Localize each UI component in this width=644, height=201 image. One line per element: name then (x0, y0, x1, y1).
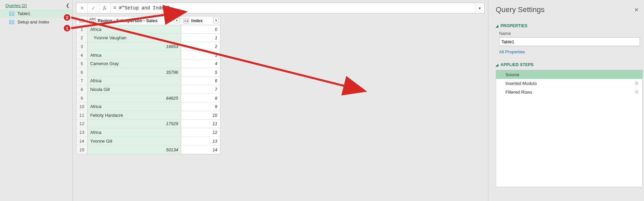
cell-col2[interactable]: 6 (181, 77, 220, 85)
cell-col2[interactable]: 5 (181, 68, 220, 77)
table-icon (9, 12, 14, 16)
svg-line-9 (635, 82, 636, 82)
cell-col2[interactable]: 8 (181, 94, 220, 102)
table-row[interactable]: 155013414 (76, 145, 220, 154)
abc123-type-icon: ABC 123 (90, 18, 96, 23)
row-number: 15 (76, 145, 88, 154)
decimal-type-icon: 1.2 (183, 18, 189, 23)
fx-icon[interactable]: fx (99, 3, 111, 13)
cell-col1[interactable]: 35796 (88, 68, 181, 77)
cell-col1[interactable]: 50134 (88, 145, 181, 154)
row-number: 4 (76, 51, 88, 59)
cell-col1[interactable]: Africa (88, 128, 181, 137)
step-label: Filtered Rows (505, 90, 532, 95)
cell-col2[interactable]: 13 (181, 137, 220, 145)
applied-step[interactable]: Inserted Modulo (496, 79, 642, 88)
applied-step[interactable]: Source (496, 70, 642, 79)
cell-col2[interactable]: 12 (181, 128, 220, 137)
cell-col2[interactable]: 9 (181, 102, 220, 111)
row-number: 11 (76, 111, 88, 119)
row-number: 14 (76, 137, 88, 145)
table-row[interactable]: 2Yvonne Vaughan1 (76, 34, 220, 43)
properties-header[interactable]: ◢ PROPERTIES (496, 23, 639, 28)
svg-point-4 (636, 83, 637, 84)
svg-line-12 (638, 82, 638, 82)
table-row[interactable]: 3168532 (76, 42, 220, 51)
column-header-region[interactable]: ABC 123 Region - Salesperson - Sales ▾ (88, 16, 181, 25)
step-label: Source (505, 72, 519, 77)
cell-col2[interactable]: 3 (181, 51, 220, 59)
svg-line-20 (635, 93, 636, 93)
table-row[interactable]: 8Nicola Gill7 (76, 85, 220, 94)
cell-col2[interactable]: 1 (181, 34, 220, 42)
query-item[interactable]: Setup and Index (0, 18, 72, 26)
table-row[interactable]: 6357965 (76, 68, 220, 77)
cell-col1[interactable]: Yvonne Vaughan (88, 34, 181, 42)
cell-col1[interactable]: Africa (88, 77, 181, 85)
cell-col1[interactable]: Cameron Gray (88, 59, 181, 68)
cell-col1[interactable]: 17929 (88, 120, 181, 128)
row-number: 7 (76, 77, 88, 85)
editor-center: ✕ ✓ fx ▾ ABC 123 Region - Salesperson - … (73, 0, 488, 201)
cell-col2[interactable]: 10 (181, 111, 220, 119)
data-table: ABC 123 Region - Salesperson - Sales ▾ 1… (76, 16, 220, 154)
column1-filter-icon[interactable]: ▾ (174, 18, 179, 23)
row-number: 8 (76, 85, 88, 94)
row-number: 9 (76, 94, 88, 102)
table-row[interactable]: 1Africa0 (76, 25, 220, 34)
collapse-queries-icon[interactable]: ❮ (66, 3, 70, 8)
applied-steps-header[interactable]: ◢ APPLIED STEPS (496, 62, 639, 67)
table-row[interactable]: 5Cameron Gray4 (76, 59, 220, 68)
formula-accept-button[interactable]: ✓ (88, 3, 99, 13)
close-icon[interactable]: ✕ (634, 7, 639, 13)
step-label: Inserted Modulo (505, 81, 537, 86)
row-number: 3 (76, 42, 88, 51)
table-row[interactable]: 13Africa12 (76, 128, 220, 137)
query-label: Table1 (17, 11, 30, 16)
gear-icon[interactable] (634, 90, 639, 94)
query-item[interactable]: Table1 (0, 9, 72, 18)
cell-col2[interactable]: 2 (181, 42, 220, 51)
table-row[interactable]: 4Africa3 (76, 51, 220, 60)
queries-header: Queries [2] (5, 3, 27, 8)
table-row[interactable]: 7Africa6 (76, 77, 220, 86)
cell-col2[interactable]: 11 (181, 120, 220, 128)
table-row[interactable]: 9648258 (76, 94, 220, 103)
collapse-icon: ◢ (496, 24, 498, 28)
row-number: 10 (76, 102, 88, 111)
cell-col1[interactable]: 16853 (88, 42, 181, 51)
table-row[interactable]: 121792911 (76, 120, 220, 129)
cell-col1[interactable]: Yvonne Gill (88, 137, 181, 145)
table-row[interactable]: 10Africa9 (76, 102, 220, 111)
table-row[interactable]: 14Yvonne Gill13 (76, 137, 220, 146)
cell-col1[interactable]: Africa (88, 51, 181, 59)
table-corner-icon[interactable] (76, 16, 88, 25)
settings-title: Query Settings (496, 5, 545, 14)
cell-col2[interactable]: 4 (181, 59, 220, 68)
gear-icon[interactable] (634, 81, 639, 86)
cell-col2[interactable]: 14 (181, 145, 220, 154)
queries-pane: Queries [2] ❮ Table1Setup and Index (0, 0, 73, 201)
table-icon (9, 20, 14, 24)
cell-col1[interactable]: 64825 (88, 94, 181, 102)
applied-step[interactable]: Filtered Rows (496, 88, 642, 96)
column-header-index[interactable]: 1.2 Index ▾ (181, 16, 220, 25)
cell-col2[interactable]: 0 (181, 25, 220, 34)
cell-col1[interactable]: Africa (88, 102, 181, 111)
formula-input[interactable] (111, 3, 475, 13)
svg-line-10 (638, 84, 638, 85)
table-row[interactable]: 11Felicity Hardacre10 (76, 111, 220, 120)
row-number: 1 (76, 25, 88, 34)
cell-col1[interactable]: Africa (88, 25, 181, 34)
properties-label: PROPERTIES (500, 23, 527, 28)
all-properties-link[interactable]: All Properties (499, 49, 639, 54)
svg-line-18 (635, 91, 636, 91)
formula-dropdown-icon[interactable]: ▾ (475, 3, 484, 13)
query-name-input[interactable] (499, 37, 640, 46)
query-label: Setup and Index (17, 19, 49, 24)
column2-filter-icon[interactable]: ▾ (213, 18, 219, 23)
formula-cancel-button[interactable]: ✕ (76, 3, 88, 13)
cell-col1[interactable]: Nicola Gill (88, 85, 181, 94)
cell-col2[interactable]: 7 (181, 85, 220, 94)
cell-col1[interactable]: Felicity Hardacre (88, 111, 181, 119)
